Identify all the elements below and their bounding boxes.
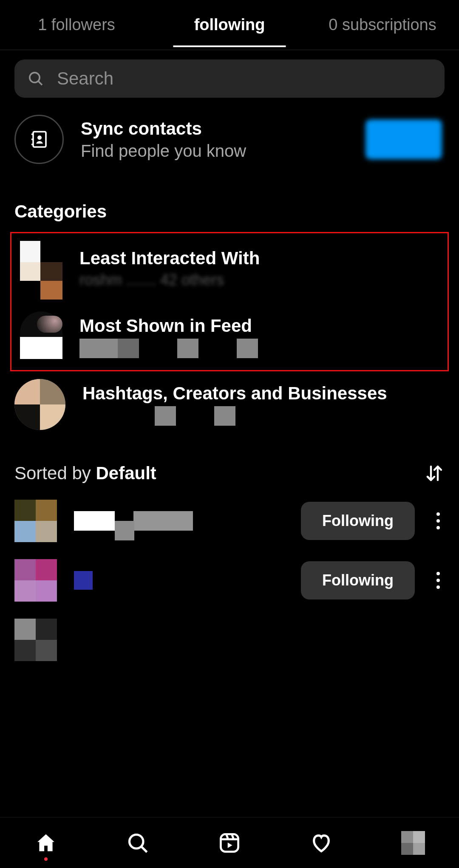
category-text: Hashtags, Creators and Businesses	[82, 383, 387, 426]
nav-reels[interactable]	[218, 831, 241, 855]
sync-title: Sync contacts	[81, 119, 348, 139]
more-icon[interactable]	[432, 512, 445, 529]
following-row[interactable]: Following	[0, 491, 459, 551]
category-least-interacted[interactable]: Least Interacted With roshm ....... 42 o…	[11, 233, 448, 304]
svg-point-0	[30, 73, 40, 82]
category-hashtags[interactable]: Hashtags, Creators and Businesses	[0, 371, 459, 450]
sort-prefix: Sorted by	[14, 463, 96, 483]
sort-header: Sorted by Default	[0, 450, 459, 491]
username	[74, 623, 445, 657]
following-row[interactable]: Following	[0, 551, 459, 610]
avatar	[20, 241, 62, 296]
notification-dot	[44, 857, 48, 861]
svg-line-1	[39, 82, 42, 85]
sync-text: Sync contacts Find people you know	[81, 119, 348, 161]
nav-profile[interactable]	[401, 831, 425, 855]
search-icon	[27, 70, 44, 87]
category-text: Least Interacted With roshm ....... 42 o…	[79, 248, 260, 289]
search-field[interactable]	[14, 59, 445, 98]
nav-home[interactable]	[34, 831, 58, 855]
avatar	[14, 379, 65, 430]
username	[74, 504, 284, 538]
avatar	[14, 500, 57, 542]
categories-header: Categories	[0, 186, 459, 229]
sync-button[interactable]	[366, 119, 442, 159]
tab-subscriptions[interactable]: 0 subscriptions	[306, 3, 459, 47]
nav-activity[interactable]	[309, 831, 333, 855]
svg-point-3	[37, 136, 42, 140]
sort-value: Default	[96, 463, 156, 483]
avatar	[14, 619, 57, 661]
avatar	[14, 559, 57, 602]
bottom-nav	[0, 817, 459, 868]
following-button[interactable]: Following	[301, 561, 415, 599]
avatar	[401, 831, 425, 855]
more-icon[interactable]	[432, 572, 445, 589]
category-title: Most Shown in Feed	[79, 316, 258, 336]
category-subtitle	[79, 339, 258, 358]
avatar	[20, 311, 62, 362]
category-title: Hashtags, Creators and Businesses	[82, 383, 387, 404]
annotation-highlight: Least Interacted With roshm ....... 42 o…	[10, 232, 449, 371]
sync-subtitle: Find people you know	[81, 141, 348, 161]
following-row[interactable]	[0, 610, 459, 670]
contacts-icon	[14, 115, 64, 164]
category-text: Most Shown in Feed	[79, 316, 258, 358]
tab-following[interactable]: following	[153, 3, 306, 47]
tab-followers[interactable]: 1 followers	[0, 3, 153, 47]
sync-contacts-row[interactable]: Sync contacts Find people you know	[0, 98, 459, 186]
sort-label: Sorted by Default	[14, 463, 156, 483]
svg-line-8	[142, 847, 147, 852]
svg-point-7	[130, 834, 144, 848]
category-subtitle: roshm ....... 42 others	[79, 271, 260, 289]
svg-rect-9	[221, 834, 238, 851]
following-button[interactable]: Following	[301, 502, 415, 540]
search-container	[0, 50, 459, 98]
category-title: Least Interacted With	[79, 248, 260, 269]
tab-bar: 1 followers following 0 subscriptions	[0, 0, 459, 50]
username	[74, 563, 284, 597]
nav-search[interactable]	[126, 831, 150, 855]
search-input[interactable]	[57, 68, 432, 89]
sort-icon[interactable]	[424, 463, 445, 483]
category-most-shown[interactable]: Most Shown in Feed	[11, 304, 448, 370]
category-subtitle	[82, 406, 387, 426]
